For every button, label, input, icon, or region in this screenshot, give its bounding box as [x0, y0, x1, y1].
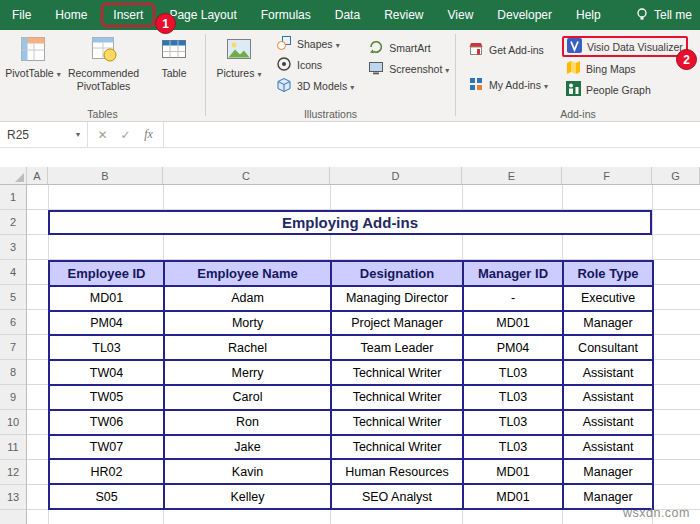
worksheet-cells[interactable]: Employing Add-ins Employee ID Employee N…	[27, 185, 700, 524]
cell[interactable]: TW07	[49, 435, 164, 460]
row-header-3[interactable]: 3	[0, 235, 26, 260]
cell[interactable]: TL03	[463, 385, 563, 410]
tab-home[interactable]: Home	[43, 0, 99, 30]
cell[interactable]: Manager	[563, 311, 653, 336]
header-cell[interactable]: Manager ID	[463, 261, 563, 286]
cell[interactable]: TW04	[49, 360, 164, 385]
cell[interactable]: TL03	[463, 410, 563, 435]
pictures-button[interactable]: Pictures	[213, 33, 265, 105]
3d-models-button[interactable]: 3D Models	[272, 75, 358, 96]
get-addins-button[interactable]: Get Add-ins	[464, 39, 552, 60]
cell[interactable]: Human Resources	[331, 459, 463, 484]
cell[interactable]: Assistant	[563, 435, 653, 460]
column-header-e[interactable]: E	[462, 167, 562, 184]
header-cell[interactable]: Role Type	[563, 261, 653, 286]
row-header-2[interactable]: 2	[0, 210, 26, 235]
cell[interactable]: Team Leader	[331, 335, 463, 360]
tab-view[interactable]: View	[436, 0, 486, 30]
recommended-pivottables-button[interactable]: Recommended PivotTables	[61, 33, 146, 105]
cell[interactable]: Rachel	[164, 335, 331, 360]
column-header-b[interactable]: B	[48, 167, 163, 184]
row-header-9[interactable]: 9	[0, 385, 26, 410]
cell[interactable]: Jake	[164, 435, 331, 460]
table-button[interactable]: Table	[148, 33, 200, 105]
tab-formulas[interactable]: Formulas	[249, 0, 323, 30]
cell[interactable]: TL03	[463, 435, 563, 460]
cell[interactable]: Technical Writer	[331, 435, 463, 460]
tab-insert[interactable]: Insert	[101, 3, 155, 27]
cell[interactable]: Technical Writer	[331, 410, 463, 435]
cell[interactable]: Technical Writer	[331, 360, 463, 385]
pivottable-button[interactable]: PivotTable	[7, 33, 59, 105]
cell[interactable]: TW05	[49, 385, 164, 410]
enter-icon[interactable]: ✓	[114, 128, 137, 142]
row-header-1[interactable]: 1	[0, 185, 26, 210]
sheet-title-cell[interactable]: Employing Add-ins	[48, 210, 652, 235]
cell[interactable]: TW06	[49, 410, 164, 435]
cell[interactable]: Managing Director	[331, 286, 463, 311]
cell[interactable]: Project Manager	[331, 311, 463, 336]
tell-me-box[interactable]: Tell me	[627, 7, 700, 24]
row-header-5[interactable]: 5	[0, 285, 26, 310]
cell[interactable]: MD01	[463, 459, 563, 484]
cell[interactable]: -	[463, 286, 563, 311]
row-header-8[interactable]: 8	[0, 360, 26, 385]
cell[interactable]: S05	[49, 484, 164, 509]
cell[interactable]: Merry	[164, 360, 331, 385]
column-header-g[interactable]: G	[652, 167, 700, 184]
cell[interactable]: Assistant	[563, 385, 653, 410]
tab-developer[interactable]: Developer	[485, 0, 564, 30]
column-header-a[interactable]: A	[27, 167, 48, 184]
tab-data[interactable]: Data	[323, 0, 372, 30]
tab-help[interactable]: Help	[564, 0, 613, 30]
row-header-6[interactable]: 6	[0, 310, 26, 335]
shapes-button[interactable]: Shapes	[272, 33, 358, 54]
cell[interactable]: HR02	[49, 459, 164, 484]
tab-review[interactable]: Review	[372, 0, 435, 30]
formula-input[interactable]	[164, 122, 700, 147]
cell[interactable]: Manager	[563, 459, 653, 484]
cell[interactable]: Ron	[164, 410, 331, 435]
cell[interactable]: Morty	[164, 311, 331, 336]
cell[interactable]: TL03	[463, 360, 563, 385]
cell[interactable]: Consultant	[563, 335, 653, 360]
cell[interactable]: Adam	[164, 286, 331, 311]
header-cell[interactable]: Employee Name	[164, 261, 331, 286]
column-header-c[interactable]: C	[163, 167, 330, 184]
visio-data-visualizer-button[interactable]: Visio Data Visualizer	[562, 36, 688, 57]
select-all-corner[interactable]	[0, 167, 27, 184]
smartart-button[interactable]: SmartArt	[364, 37, 453, 58]
insert-function-icon[interactable]: fx	[137, 127, 160, 142]
cell[interactable]: MD01	[463, 484, 563, 509]
cell[interactable]: Assistant	[563, 410, 653, 435]
row-header-12[interactable]: 12	[0, 460, 26, 485]
header-cell[interactable]: Designation	[331, 261, 463, 286]
cell[interactable]: PM04	[49, 311, 164, 336]
my-addins-button[interactable]: My Add-ins	[464, 74, 552, 95]
cell[interactable]: Technical Writer	[331, 385, 463, 410]
column-header-d[interactable]: D	[330, 167, 462, 184]
cell[interactable]: Executive	[563, 286, 653, 311]
tab-file[interactable]: File	[0, 0, 43, 30]
cell[interactable]: Assistant	[563, 360, 653, 385]
row-header-4[interactable]: 4	[0, 260, 26, 285]
cell[interactable]: MD01	[49, 286, 164, 311]
header-cell[interactable]: Employee ID	[49, 261, 164, 286]
name-box[interactable]: R25	[0, 122, 88, 147]
icons-button[interactable]: Icons	[272, 54, 358, 75]
people-graph-button[interactable]: People Graph	[562, 79, 688, 100]
cell[interactable]: Kavin	[164, 459, 331, 484]
screenshot-button[interactable]: Screenshot	[364, 58, 453, 79]
row-header-10[interactable]: 10	[0, 410, 26, 435]
cell[interactable]: Kelley	[164, 484, 331, 509]
cell[interactable]: SEO Analyst	[331, 484, 463, 509]
column-header-f[interactable]: F	[562, 167, 652, 184]
row-header-7[interactable]: 7	[0, 335, 26, 360]
cell[interactable]: PM04	[463, 335, 563, 360]
cell[interactable]: TL03	[49, 335, 164, 360]
cell[interactable]: MD01	[463, 311, 563, 336]
row-header-13[interactable]: 13	[0, 485, 26, 510]
bing-maps-button[interactable]: Bing Maps	[562, 58, 688, 79]
cancel-icon[interactable]: ✕	[91, 128, 114, 142]
cell[interactable]: Carol	[164, 385, 331, 410]
